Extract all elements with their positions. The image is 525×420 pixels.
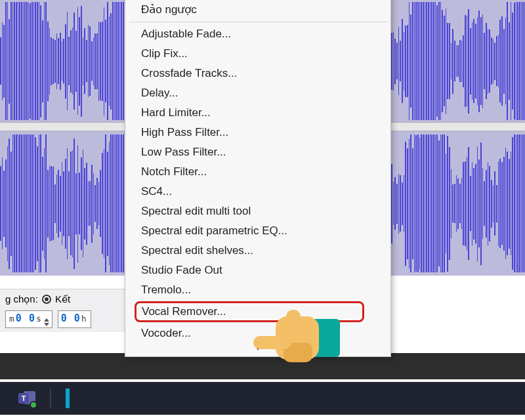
menu-item-sc4[interactable]: SC4... (125, 182, 390, 201)
menu-item-notch-filter[interactable]: Notch Filter... (125, 162, 390, 182)
status-strip (0, 353, 525, 379)
selection-label: g chọn: (5, 293, 38, 305)
taskbar-accent (66, 388, 70, 408)
time-field-2[interactable]: 0 0 h (58, 310, 91, 328)
selection-controls: g chọn: Kết m 0 0 s 0 0 h (0, 289, 131, 332)
menu-item-clip-fix[interactable]: Clip Fix... (125, 44, 390, 64)
radio-end[interactable] (42, 295, 51, 304)
menu-item-crossfade-tracks[interactable]: Crossfade Tracks... (125, 64, 390, 83)
taskbar-separator (50, 388, 51, 408)
menu-item-delay[interactable]: Delay... (125, 83, 390, 103)
taskbar: T (0, 382, 525, 415)
menu-scroll-down-icon[interactable]: ▼ (125, 343, 390, 354)
menu-item-spectral-edit-parametric-eq[interactable]: Spectral edit parametric EQ... (125, 221, 390, 241)
menu-item-vocal-remover[interactable]: Vocal Remover... (135, 301, 364, 322)
time-spinner-icon[interactable] (44, 318, 49, 326)
menu-item-spectral-edit-shelves[interactable]: Spectral edit shelves... (125, 241, 390, 261)
menu-item-hard-limiter[interactable]: Hard Limiter... (125, 103, 390, 123)
menu-item-low-pass-filter[interactable]: Low Pass Filter... (125, 142, 390, 162)
menu-item-high-pass-filter[interactable]: High Pass Filter... (125, 123, 390, 142)
menu-item-spectral-edit-multi-tool[interactable]: Spectral edit multi tool (125, 201, 390, 221)
time-field-1[interactable]: m 0 0 s (5, 310, 52, 328)
radio-end-label: Kết (55, 293, 70, 305)
menu-item-vocoder[interactable]: Vocoder... (125, 324, 390, 343)
menu-item-reverse[interactable]: Đảo ngược (125, 0, 390, 20)
app-window: g chọn: Kết m 0 0 s 0 0 h T (0, 0, 525, 420)
menu-item-studio-fade-out[interactable]: Studio Fade Out (125, 261, 390, 280)
teams-icon[interactable]: T (18, 390, 35, 407)
menu-item-adjustable-fade[interactable]: Adjustable Fade... (125, 24, 390, 44)
menu-item-tremolo[interactable]: Tremolo... (125, 280, 390, 300)
menu-separator (129, 22, 387, 22)
effects-menu: Đảo ngược Adjustable Fade...Clip Fix...C… (125, 0, 391, 357)
presence-available-icon (30, 401, 37, 409)
